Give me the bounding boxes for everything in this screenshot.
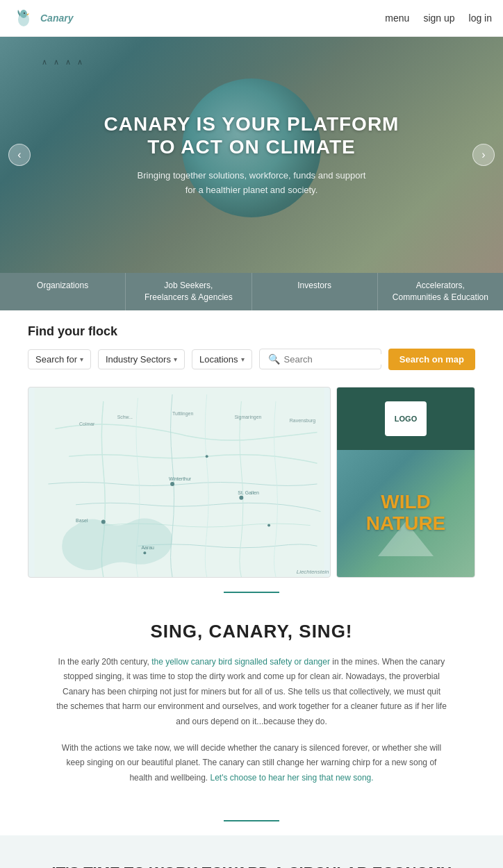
svg-point-5 [170,482,174,486]
section-divider-2 [224,820,279,821]
sing-paragraph-1: In the early 20th century, the yellow ca… [56,655,447,730]
locations-caret-icon: ▾ [241,356,245,363]
svg-text:Ravensburg: Ravensburg [290,417,316,423]
svg-text:Colmar: Colmar [79,421,95,426]
ad-card-image-text: WILD NATURE [366,492,446,535]
ad-card-image: WILD NATURE [337,450,475,577]
sing-section: SING, CANARY, SING! In the early 20th ce… [0,607,503,807]
locations-label: Locations [199,354,238,365]
svg-point-2 [24,12,25,14]
svg-text:St. Gallen: St. Gallen [238,490,259,494]
svg-text:Winterthur: Winterthur [169,476,192,481]
svg-text:Aarau: Aarau [141,545,154,550]
logo-text: LOGO [395,415,417,423]
signup-link[interactable]: sign up [423,12,454,24]
nav-links: menu sign up log in [385,12,492,24]
hero-section: ∧ ∧ ∧ ∧ CANARY IS YOUR PLATFORM TO ACT O… [0,37,503,273]
logo[interactable]: Canary [11,6,73,31]
svg-text:Tuttlingen: Tuttlingen [172,410,193,416]
search-input[interactable] [284,354,401,365]
ad-card-logo: LOGO [337,387,475,450]
find-title: Find your flock [28,324,475,339]
search-input-wrap: 🔍 [259,349,381,369]
map-svg: Colmar Schw... Tuttlingen Sigmaringen Ra… [28,387,330,577]
ad-logo-box: LOGO [385,401,427,436]
brand-name: Canary [40,12,73,24]
subnav: Organizations Job Seekers, Freelancers &… [0,273,503,310]
menu-link[interactable]: menu [385,12,409,24]
find-section: Find your flock Search for ▾ Industry Se… [0,310,503,387]
navbar: Canary menu sign up log in [0,0,503,37]
section-divider [224,592,279,593]
svg-text:Liechtenstein: Liechtenstein [297,569,329,575]
search-for-caret-icon: ▾ [80,356,83,363]
sing-title: SING, CANARY, SING! [56,621,447,642]
hero-title: CANARY IS YOUR PLATFORM TO ACT ON CLIMAT… [104,112,399,159]
search-bar: Search for ▾ Industry Sectors ▾ Location… [28,349,475,370]
hero-text: CANARY IS YOUR PLATFORM TO ACT ON CLIMAT… [104,112,399,198]
circular-title: IT'S TIME TO WORK TOWARD A CIRCULAR ECON… [28,863,475,868]
svg-point-8 [206,455,208,458]
login-link[interactable]: log in [469,12,492,24]
locations-dropdown[interactable]: Locations ▾ [192,349,252,369]
svg-point-4 [101,519,106,524]
ad-card: LOGO WILD NATURE [336,387,475,578]
subnav-job-seekers[interactable]: Job Seekers, Freelancers & Agencies [126,273,252,310]
sing-paragraph-2: With the actions we take now, we will de… [56,741,447,786]
circular-section: IT'S TIME TO WORK TOWARD A CIRCULAR ECON… [0,835,503,868]
svg-text:Sigmaringen: Sigmaringen [234,414,261,419]
sing-link-1[interactable]: the yellow canary bird signalled safety … [151,657,330,667]
hero-next-button[interactable]: › [472,144,495,166]
svg-point-7 [143,551,146,554]
search-on-map-button[interactable]: Search on map [388,349,475,370]
svg-point-6 [239,495,243,499]
map-card-area: Colmar Schw... Tuttlingen Sigmaringen Ra… [28,387,475,578]
industry-sectors-label: Industry Sectors [106,354,171,365]
subnav-organizations[interactable]: Organizations [0,273,126,310]
subnav-investors[interactable]: Investors [252,273,378,310]
industry-sectors-dropdown[interactable]: Industry Sectors ▾ [98,349,185,369]
search-for-dropdown[interactable]: Search for ▾ [28,349,91,369]
canary-logo-icon [11,6,36,31]
sing-link-2[interactable]: Let's choose to hear her sing that new s… [210,773,373,783]
svg-point-1 [20,10,27,18]
search-icon: 🔍 [268,353,280,365]
industry-caret-icon: ▾ [174,356,177,363]
svg-text:Basel: Basel [76,517,88,522]
svg-point-9 [267,524,270,526]
hero-prev-button[interactable]: ‹ [8,144,31,166]
svg-text:Schw...: Schw... [117,414,133,419]
subnav-accelerators[interactable]: Accelerators, Communities & Education [378,273,503,310]
search-for-label: Search for [35,354,77,365]
hero-birds: ∧ ∧ ∧ ∧ [42,58,85,67]
map-container[interactable]: Colmar Schw... Tuttlingen Sigmaringen Ra… [28,387,331,578]
hero-subtitle: Bringing together solutions, workforce, … [104,169,399,198]
